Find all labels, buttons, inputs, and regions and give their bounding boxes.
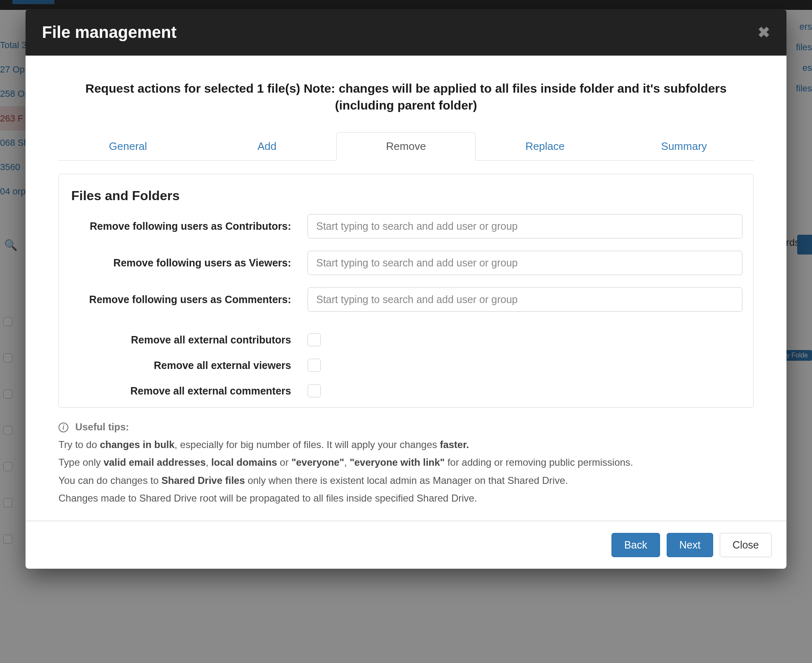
tip-text: Try to do bbox=[58, 439, 100, 450]
checkbox-ext-commenters[interactable] bbox=[308, 384, 321, 397]
modal-subtitle: Request actions for selected 1 file(s) N… bbox=[70, 80, 742, 114]
modal-footer: Back Next Close bbox=[26, 521, 786, 569]
checkbox-ext-viewers[interactable] bbox=[308, 359, 321, 372]
tab-remove[interactable]: Remove bbox=[336, 132, 476, 161]
file-management-modal: File management ✖ Request actions for se… bbox=[26, 9, 786, 569]
tip-text: , bbox=[206, 457, 211, 468]
tip-text: You can do changes to bbox=[58, 475, 161, 486]
tip-strong: valid email addresses bbox=[103, 457, 205, 468]
modal-body: Request actions for selected 1 file(s) N… bbox=[26, 56, 786, 521]
tip-text: or bbox=[277, 457, 292, 468]
label-ext-contributors: Remove all external contributors bbox=[65, 334, 308, 346]
files-folders-panel: Files and Folders Remove following users… bbox=[58, 174, 754, 408]
label-ext-viewers: Remove all external viewers bbox=[65, 360, 308, 371]
tip-text: , bbox=[344, 457, 350, 468]
label-remove-commenters: Remove following users as Commenters: bbox=[65, 294, 308, 306]
useful-tips: i Useful tips: Try to do changes in bulk… bbox=[58, 419, 754, 506]
row-remove-commenters: Remove following users as Commenters: bbox=[65, 287, 747, 312]
tip-strong: local domains bbox=[211, 457, 277, 468]
tip-text: for adding or removing public permission… bbox=[445, 457, 633, 468]
tip-line-3: You can do changes to Shared Drive files… bbox=[58, 473, 754, 488]
row-ext-viewers: Remove all external viewers bbox=[65, 359, 747, 372]
tips-heading-text: Useful tips: bbox=[75, 421, 129, 432]
input-remove-viewers[interactable] bbox=[308, 251, 742, 275]
back-button[interactable]: Back bbox=[611, 533, 660, 557]
tip-line-1: Try to do changes in bulk, especially fo… bbox=[58, 437, 754, 452]
info-icon: i bbox=[58, 423, 68, 432]
row-ext-contributors: Remove all external contributors bbox=[65, 333, 747, 346]
label-remove-contributors: Remove following users as Contributors: bbox=[65, 220, 308, 232]
modal-title: File management bbox=[42, 23, 177, 42]
modal-header: File management ✖ bbox=[26, 9, 786, 56]
tab-add[interactable]: Add bbox=[198, 132, 337, 161]
modal-tabstrip: General Add Remove Replace Summary bbox=[58, 132, 754, 161]
input-remove-commenters[interactable] bbox=[308, 287, 742, 312]
tip-text: , especially for big number of files. It… bbox=[175, 439, 440, 450]
tip-strong: "everyone with link" bbox=[350, 457, 445, 468]
checkbox-ext-contributors[interactable] bbox=[308, 333, 321, 346]
tab-replace[interactable]: Replace bbox=[476, 132, 615, 161]
tip-text: Type only bbox=[58, 457, 103, 468]
tip-line-4: Changes made to Shared Drive root will b… bbox=[58, 490, 754, 506]
label-remove-viewers: Remove following users as Viewers: bbox=[65, 257, 308, 269]
row-ext-commenters: Remove all external commenters bbox=[65, 384, 747, 397]
tip-line-2: Type only valid email addresses, local d… bbox=[58, 455, 754, 470]
close-button[interactable]: Close bbox=[720, 533, 772, 557]
tip-strong: faster. bbox=[440, 439, 469, 450]
label-ext-commenters: Remove all external commenters bbox=[65, 385, 308, 397]
row-remove-contributors: Remove following users as Contributors: bbox=[65, 214, 747, 238]
tab-summary[interactable]: Summary bbox=[614, 132, 754, 161]
close-icon[interactable]: ✖ bbox=[758, 24, 770, 41]
tip-text: only when there is existent local admin … bbox=[245, 475, 568, 486]
tip-strong: "everyone" bbox=[292, 457, 344, 468]
row-remove-viewers: Remove following users as Viewers: bbox=[65, 251, 747, 275]
panel-heading: Files and Folders bbox=[65, 188, 747, 214]
input-remove-contributors[interactable] bbox=[308, 214, 742, 238]
tips-heading: i Useful tips: bbox=[58, 419, 754, 434]
tab-general[interactable]: General bbox=[58, 132, 198, 161]
next-button[interactable]: Next bbox=[667, 533, 713, 557]
tip-strong: changes in bulk bbox=[100, 439, 174, 450]
tip-strong: Shared Drive files bbox=[161, 475, 245, 486]
